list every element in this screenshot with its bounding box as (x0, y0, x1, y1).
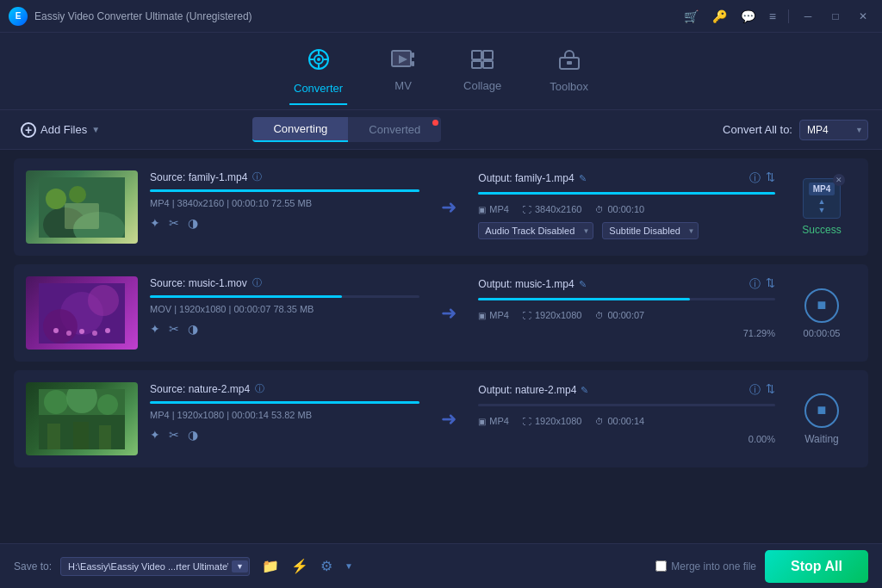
input-progress-fill-1 (150, 189, 419, 192)
titlebar-separator (788, 9, 789, 23)
arrow-2: ➜ (432, 276, 466, 350)
output-format-1: ▣ MP4 (478, 204, 509, 214)
svg-rect-10 (412, 53, 414, 58)
film-icon-3: ▣ (478, 417, 486, 426)
path-dropdown-button[interactable]: ▼ (232, 560, 248, 573)
nav-item-toolbox[interactable]: Toolbox (525, 39, 612, 103)
merge-checkbox[interactable] (655, 560, 667, 572)
output-res-3: ⛶ 1920x1080 (523, 416, 581, 426)
status-text-3: Waiting (804, 433, 839, 445)
format-in-1: MP4 (150, 198, 170, 208)
settings-dropdown-icon[interactable]: ▼ (341, 558, 357, 574)
input-progress-2 (150, 295, 419, 298)
add-icon: + (21, 122, 36, 138)
cut-icon-2[interactable]: ✂ (169, 322, 179, 336)
cart-icon[interactable]: 🛒 (679, 8, 704, 25)
stop-button-3[interactable]: ■ (804, 393, 839, 428)
sparkle-icon-2[interactable]: ✦ (150, 322, 160, 336)
minimize-button[interactable]: ─ (796, 7, 820, 26)
nav-label-mv: MV (394, 79, 412, 92)
flash-icon[interactable]: ⚡ (288, 554, 312, 578)
size-2: 78.35 MB (273, 304, 314, 314)
mv-nav-icon (391, 50, 415, 74)
tab-converting[interactable]: Converting (252, 117, 348, 142)
file-card-2: Source: music-1.mov ⓘ MOV | 1920x1080 | … (14, 264, 868, 362)
sort-header-icon-3[interactable]: ⇅ (766, 382, 775, 398)
format-select[interactable]: MP4 MOV AVI MKV (799, 120, 868, 140)
svg-rect-29 (39, 283, 125, 344)
sparkle-icon-3[interactable]: ✦ (150, 428, 160, 442)
cut-icon-3[interactable]: ✂ (169, 428, 179, 442)
info-icon-2[interactable]: ⓘ (252, 276, 262, 289)
output-meta-1: ▣ MP4 ⛶ 3840x2160 ⏱ 00:00:10 (478, 201, 775, 218)
audio-select-1[interactable]: Audio Track Disabled Audio Track Enabled (478, 222, 593, 239)
svg-point-2 (317, 58, 320, 61)
sort-header-icon-1[interactable]: ⇅ (766, 170, 775, 186)
info-icon-3[interactable]: ⓘ (255, 382, 264, 395)
tab-converted-label: Converted (369, 123, 420, 136)
info-header-icon-1[interactable]: ⓘ (749, 170, 761, 186)
merge-label: Merge into one file (671, 560, 756, 573)
app-logo: E (9, 7, 28, 26)
source-name-2: Source: music-1.mov (150, 277, 247, 289)
output-progress-fill-2 (478, 298, 690, 300)
edit-icon-1[interactable]: ✎ (579, 173, 587, 184)
output-header-1: Output: family-1.mp4 ✎ ⓘ ⇅ (478, 170, 775, 186)
palette-icon-3[interactable]: ◑ (188, 428, 198, 442)
nav-item-collage[interactable]: Collage (439, 40, 525, 102)
up-down-icons-1[interactable]: ▲▼ (818, 197, 826, 214)
convert-all-label: Convert All to: (723, 123, 792, 136)
file-meta-2: MOV | 1920x1080 | 00:00:07 78.35 MB (150, 304, 419, 314)
key-icon[interactable]: 🔑 (707, 8, 732, 25)
svg-rect-24 (65, 203, 99, 229)
info-header-icon-3[interactable]: ⓘ (749, 382, 761, 398)
palette-icon-2[interactable]: ◑ (188, 322, 198, 336)
path-select-wrap: ▼ (60, 557, 250, 576)
edit-icon-3[interactable]: ✎ (581, 385, 588, 396)
thumbnail-2 (26, 276, 138, 350)
toolbox-nav-icon (558, 49, 581, 75)
navbar: Converter MV Collage (0, 33, 882, 110)
res-in-3: 1920x1080 (177, 410, 224, 420)
folder-icon[interactable]: 📁 (258, 554, 283, 578)
output-dur-3: ⏱ 00:00:14 (595, 416, 644, 426)
nav-item-mv[interactable]: MV (367, 40, 439, 102)
format-out-3: MP4 (489, 416, 509, 426)
maximize-button[interactable]: □ (823, 7, 848, 26)
menu-icon[interactable]: ≡ (764, 8, 781, 25)
path-input[interactable] (60, 557, 250, 576)
info-header-icon-2[interactable]: ⓘ (749, 276, 761, 292)
percent-text-3: 0.00% (478, 434, 775, 444)
edit-icon-2[interactable]: ✎ (579, 279, 587, 290)
time-remaining-2: 00:00:05 (804, 328, 841, 338)
svg-rect-43 (39, 389, 125, 449)
output-header-icons-1: ⓘ ⇅ (749, 170, 775, 186)
tab-converted[interactable]: Converted (348, 117, 441, 142)
stop-icon-3: ■ (817, 401, 827, 419)
palette-icon-1[interactable]: ◑ (188, 216, 198, 230)
res-in-2: 1920x1080 (179, 304, 226, 314)
output-meta-3: ▣ MP4 ⛶ 1920x1080 ⏱ 00:00:14 (478, 412, 775, 430)
cut-icon-1[interactable]: ✂ (169, 216, 179, 230)
info-icon-1[interactable]: ⓘ (252, 170, 262, 183)
stop-button-2[interactable]: ■ (804, 288, 839, 323)
dropdown-row-1: Audio Track Disabled Audio Track Enabled… (478, 222, 775, 239)
sparkle-icon-1[interactable]: ✦ (150, 216, 160, 230)
output-name-3: Output: nature-2.mp4 ✎ (478, 384, 588, 396)
add-files-label: Add Files (40, 123, 87, 136)
chat-icon[interactable]: 💬 (736, 8, 761, 25)
add-files-dropdown-arrow[interactable]: ▼ (91, 125, 100, 134)
sort-header-icon-2[interactable]: ⇅ (766, 276, 775, 292)
add-files-button[interactable]: + Add Files ▼ (14, 119, 107, 141)
close-card-1[interactable]: ✕ (833, 174, 845, 186)
film-icon-1: ▣ (478, 205, 486, 214)
dur-out-3: 00:00:14 (607, 416, 644, 426)
svg-point-32 (79, 329, 84, 334)
output-info-3: Output: nature-2.mp4 ✎ ⓘ ⇅ ▣ MP4 ⛶ 1920 (478, 382, 775, 455)
stop-all-button[interactable]: Stop All (765, 550, 868, 583)
res-out-1: 3840x2160 (535, 204, 581, 214)
settings-icon[interactable]: ⚙ (317, 554, 336, 578)
nav-item-converter[interactable]: Converter (270, 37, 367, 105)
subtitle-select-1[interactable]: Subtitle Disabled Subtitle Enabled (602, 222, 699, 239)
close-button[interactable]: ✕ (851, 7, 875, 26)
